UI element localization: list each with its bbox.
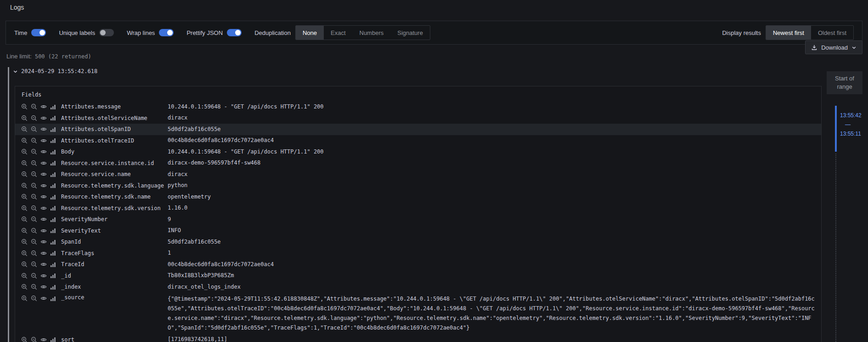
stats-icon[interactable] <box>50 239 56 245</box>
search-plus-icon[interactable] <box>21 114 28 121</box>
stats-icon[interactable] <box>50 103 56 110</box>
toggle-unique-labels[interactable] <box>99 29 114 36</box>
search-minus-icon[interactable] <box>30 194 37 200</box>
eye-icon[interactable] <box>40 205 47 211</box>
toggle-prettify-json[interactable] <box>227 29 242 36</box>
search-plus-icon[interactable] <box>21 261 28 268</box>
search-plus-icon[interactable] <box>21 336 28 342</box>
field-row-resource-telemetry-sdk-name[interactable]: Resource.telemetry.sdk.name opentelemetr… <box>15 191 821 203</box>
field-row-body[interactable]: Body 10.244.0.1:59648 - "GET /api/docs H… <box>15 146 821 158</box>
display-results-option-oldest-first[interactable]: Oldest first <box>811 26 853 40</box>
stats-icon[interactable] <box>50 336 56 342</box>
eye-icon[interactable] <box>40 126 47 133</box>
deduplication-option-exact[interactable]: Exact <box>324 26 353 40</box>
search-plus-icon[interactable] <box>21 295 28 302</box>
field-row-attributes-otelservicename[interactable]: Attributes.otelServiceName diracx <box>15 113 821 124</box>
eye-icon[interactable] <box>40 103 47 110</box>
search-plus-icon[interactable] <box>21 205 28 211</box>
search-minus-icon[interactable] <box>30 126 37 133</box>
search-minus-icon[interactable] <box>30 171 37 178</box>
search-plus-icon[interactable] <box>21 137 28 144</box>
search-minus-icon[interactable] <box>30 336 37 342</box>
eye-icon[interactable] <box>40 227 47 234</box>
search-minus-icon[interactable] <box>30 239 37 245</box>
stats-icon[interactable] <box>50 126 56 133</box>
field-row-spanid[interactable]: SpanId 5d0df2abf16c055e <box>15 236 821 248</box>
search-minus-icon[interactable] <box>30 103 37 110</box>
search-minus-icon[interactable] <box>30 272 37 279</box>
deduplication-option-numbers[interactable]: Numbers <box>353 26 391 40</box>
search-plus-icon[interactable] <box>21 182 28 189</box>
search-plus-icon[interactable] <box>21 148 28 155</box>
search-minus-icon[interactable] <box>30 216 37 223</box>
deduplication-option-signature[interactable]: Signature <box>390 26 430 40</box>
field-row--index[interactable]: _index diracx_otel_logs_index <box>15 281 821 293</box>
eye-icon[interactable] <box>40 114 47 121</box>
collapse-chevron-icon[interactable] <box>13 69 18 74</box>
search-plus-icon[interactable] <box>21 216 28 223</box>
display-results-option-newest-first[interactable]: Newest first <box>766 26 811 40</box>
search-minus-icon[interactable] <box>30 250 37 256</box>
field-row--id[interactable]: _id Tb80xI8B3lxbP3P685Zm <box>15 270 821 282</box>
field-row-resource-service-name[interactable]: Resource.service.name diracx <box>15 169 821 180</box>
search-minus-icon[interactable] <box>30 205 37 211</box>
search-minus-icon[interactable] <box>30 284 37 291</box>
field-row--source[interactable]: _source {"@timestamp":"2024-05-29T11:55:… <box>15 293 821 334</box>
eye-icon[interactable] <box>40 261 47 268</box>
eye-icon[interactable] <box>40 194 47 200</box>
stats-icon[interactable] <box>50 261 56 268</box>
search-minus-icon[interactable] <box>30 114 37 121</box>
field-row-attributes-message[interactable]: Attributes.message 10.244.0.1:59648 - "G… <box>15 101 821 113</box>
stats-icon[interactable] <box>50 250 56 256</box>
search-plus-icon[interactable] <box>21 227 28 234</box>
search-plus-icon[interactable] <box>21 284 28 291</box>
eye-icon[interactable] <box>40 336 47 342</box>
field-row-resource-telemetry-sdk-version[interactable]: Resource.telemetry.sdk.version 1.16.0 <box>15 203 821 214</box>
stats-icon[interactable] <box>50 148 56 155</box>
eye-icon[interactable] <box>40 182 47 189</box>
search-minus-icon[interactable] <box>30 227 37 234</box>
search-plus-icon[interactable] <box>21 171 28 178</box>
eye-icon[interactable] <box>40 148 47 155</box>
stats-icon[interactable] <box>50 160 56 166</box>
stats-icon[interactable] <box>50 227 56 234</box>
eye-icon[interactable] <box>40 250 47 256</box>
stats-icon[interactable] <box>50 284 56 291</box>
search-minus-icon[interactable] <box>30 182 37 189</box>
search-minus-icon[interactable] <box>30 160 37 166</box>
stats-icon[interactable] <box>50 194 56 200</box>
eye-icon[interactable] <box>40 272 47 279</box>
eye-icon[interactable] <box>40 160 47 166</box>
stats-icon[interactable] <box>50 182 56 189</box>
search-minus-icon[interactable] <box>30 261 37 268</box>
search-plus-icon[interactable] <box>21 103 28 110</box>
field-row-attributes-otelspanid[interactable]: Attributes.otelSpanID 5d0df2abf16c055e <box>15 124 821 135</box>
field-row-attributes-oteltraceid[interactable]: Attributes.otelTraceID 00c4b8dec6d0fa8c1… <box>15 135 821 147</box>
eye-icon[interactable] <box>40 216 47 223</box>
search-plus-icon[interactable] <box>21 272 28 279</box>
search-plus-icon[interactable] <box>21 239 28 245</box>
field-row-severitytext[interactable]: SeverityText INFO <box>15 225 821 237</box>
stats-icon[interactable] <box>50 216 56 223</box>
timeline-range-bar[interactable] <box>835 106 837 152</box>
stats-icon[interactable] <box>50 137 56 144</box>
eye-icon[interactable] <box>40 284 47 291</box>
eye-icon[interactable] <box>40 239 47 245</box>
stats-icon[interactable] <box>50 272 56 279</box>
search-minus-icon[interactable] <box>30 148 37 155</box>
download-button[interactable]: Download <box>805 40 862 54</box>
search-minus-icon[interactable] <box>30 295 37 302</box>
eye-icon[interactable] <box>40 295 47 302</box>
log-row-header[interactable]: 2024-05-29 13:55:42.618 <box>13 67 97 75</box>
search-plus-icon[interactable] <box>21 126 28 133</box>
search-plus-icon[interactable] <box>21 194 28 200</box>
field-row-traceflags[interactable]: TraceFlags 1 <box>15 248 821 259</box>
search-plus-icon[interactable] <box>21 160 28 166</box>
search-minus-icon[interactable] <box>30 137 37 144</box>
stats-icon[interactable] <box>50 114 56 121</box>
field-row-traceid[interactable]: TraceId 00c4b8dec6d0fa8c1697dc7072ae0ac4 <box>15 259 821 270</box>
toggle-time[interactable] <box>31 29 46 36</box>
deduplication-option-none[interactable]: None <box>296 26 324 40</box>
eye-icon[interactable] <box>40 171 47 178</box>
eye-icon[interactable] <box>40 137 47 144</box>
